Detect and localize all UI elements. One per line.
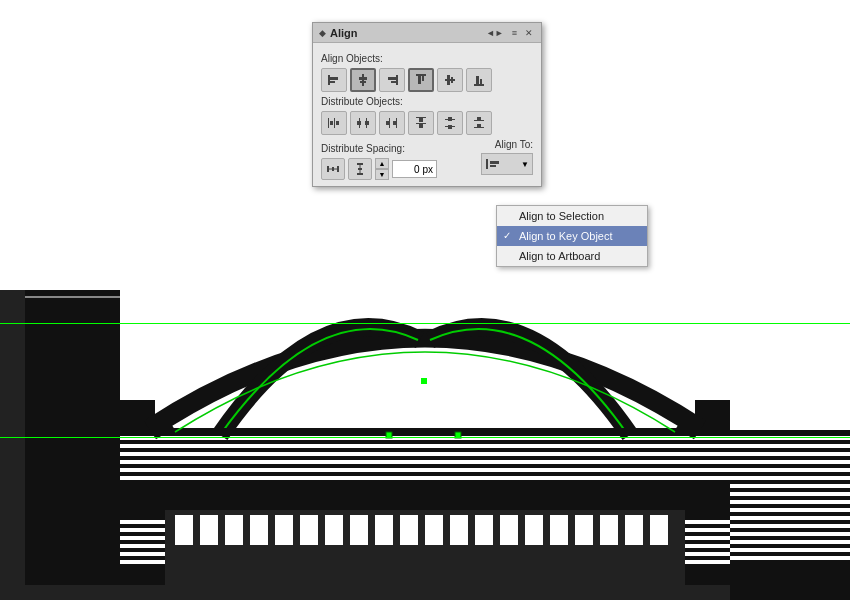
- svg-rect-54: [0, 585, 850, 600]
- align-panel: ◆ Align ◄► ≡ ✕ Align Objects:: [312, 22, 542, 187]
- align-to-artboard-item[interactable]: Align to Artboard: [497, 246, 647, 266]
- svg-rect-72: [575, 515, 593, 545]
- svg-rect-145: [337, 166, 339, 172]
- svg-rect-56: [175, 515, 193, 545]
- svg-rect-151: [358, 168, 362, 170]
- svg-rect-70: [525, 515, 543, 545]
- svg-rect-88: [730, 452, 850, 456]
- svg-rect-147: [332, 167, 334, 171]
- svg-rect-45: [120, 468, 730, 472]
- guide-line-2: [0, 437, 850, 438]
- svg-rect-139: [448, 125, 452, 129]
- svg-rect-112: [418, 76, 421, 84]
- align-right-btn[interactable]: [379, 68, 405, 92]
- align-to-dropdown-menu: Align to Selection Align to Key Object A…: [496, 205, 648, 267]
- align-to-key-object-item[interactable]: Align to Key Object: [497, 226, 647, 246]
- svg-rect-143: [477, 124, 481, 128]
- panel-icon: ◆: [319, 28, 326, 38]
- svg-rect-100: [730, 548, 850, 552]
- align-to-selection-item[interactable]: Align to Selection: [497, 206, 647, 226]
- svg-rect-96: [730, 516, 850, 520]
- svg-rect-149: [357, 173, 363, 175]
- svg-rect-117: [474, 84, 484, 86]
- align-to-section: Align To: ▼: [481, 139, 533, 175]
- svg-rect-66: [425, 515, 443, 545]
- svg-rect-135: [419, 124, 423, 128]
- panel-collapse-btn[interactable]: ◄►: [484, 27, 506, 39]
- svg-rect-65: [400, 515, 418, 545]
- dist-v-spacing-btn[interactable]: [348, 158, 372, 180]
- spinner-up-btn[interactable]: ▲: [375, 158, 389, 169]
- dist-center-h-btn[interactable]: [350, 111, 376, 135]
- align-bottom-btn[interactable]: [466, 68, 492, 92]
- align-objects-label: Align Objects:: [321, 53, 533, 64]
- distribute-spacing-label: Distribute Spacing:: [321, 143, 481, 154]
- svg-rect-130: [386, 121, 390, 125]
- svg-rect-75: [650, 515, 668, 545]
- spacing-input[interactable]: [392, 160, 437, 178]
- svg-rect-154: [490, 165, 496, 167]
- dist-h-spacing-btn[interactable]: [321, 158, 345, 180]
- svg-rect-78: [150, 428, 700, 436]
- svg-rect-61: [300, 515, 318, 545]
- svg-rect-142: [477, 117, 481, 121]
- panel-titlebar: ◆ Align ◄► ≡ ✕: [313, 23, 541, 43]
- svg-rect-113: [422, 76, 424, 81]
- svg-rect-91: [730, 476, 850, 480]
- spinner-down-btn[interactable]: ▼: [375, 169, 389, 180]
- svg-rect-109: [388, 77, 396, 80]
- panel-menu-btn[interactable]: ≡: [510, 27, 519, 39]
- svg-rect-60: [275, 515, 293, 545]
- dist-bottom-btn[interactable]: [466, 111, 492, 135]
- svg-rect-44: [120, 460, 730, 464]
- svg-rect-84: [25, 296, 120, 298]
- svg-rect-62: [325, 515, 343, 545]
- dist-middle-v-btn[interactable]: [437, 111, 463, 135]
- align-top-btn[interactable]: [408, 68, 434, 92]
- svg-rect-59: [250, 515, 268, 545]
- svg-rect-119: [480, 79, 482, 84]
- spacing-input-row: ▲ ▼: [321, 158, 481, 180]
- svg-rect-111: [416, 74, 426, 76]
- svg-rect-98: [730, 532, 850, 536]
- svg-rect-42: [120, 444, 730, 448]
- dropdown-arrow: ▼: [521, 160, 529, 169]
- svg-rect-74: [625, 515, 643, 545]
- svg-rect-118: [476, 76, 479, 84]
- distribute-spacing-section: Distribute Spacing: ▲ ▼: [321, 139, 481, 180]
- dist-right-btn[interactable]: [379, 111, 405, 135]
- svg-rect-99: [730, 540, 850, 544]
- dist-top-btn[interactable]: [408, 111, 434, 135]
- align-to-dropdown[interactable]: ▼: [481, 153, 533, 175]
- svg-rect-123: [336, 121, 339, 125]
- align-left-btn[interactable]: [321, 68, 347, 92]
- align-middle-v-btn[interactable]: [437, 68, 463, 92]
- svg-rect-95: [730, 508, 850, 512]
- svg-rect-94: [730, 500, 850, 504]
- svg-rect-89: [730, 460, 850, 464]
- svg-rect-67: [450, 515, 468, 545]
- svg-rect-107: [360, 81, 366, 83]
- svg-rect-43: [120, 452, 730, 456]
- svg-rect-108: [396, 75, 398, 85]
- align-center-h-btn[interactable]: [350, 68, 376, 92]
- svg-rect-58: [225, 515, 243, 545]
- svg-rect-103: [330, 77, 338, 80]
- svg-rect-121: [334, 118, 335, 128]
- svg-rect-68: [475, 515, 493, 545]
- panel-controls: ◄► ≡ ✕: [484, 27, 535, 39]
- spinner[interactable]: ▲ ▼: [375, 158, 389, 180]
- svg-rect-71: [550, 515, 568, 545]
- svg-rect-102: [328, 75, 330, 85]
- panel-close-btn[interactable]: ✕: [523, 27, 535, 39]
- svg-rect-148: [357, 163, 363, 165]
- svg-rect-69: [500, 515, 518, 545]
- svg-rect-144: [327, 166, 329, 172]
- svg-rect-87: [730, 444, 850, 448]
- svg-rect-97: [730, 524, 850, 528]
- distribute-objects-row: [321, 111, 533, 135]
- guide-line-1: [0, 323, 850, 324]
- svg-rect-122: [330, 121, 333, 125]
- panel-body: Align Objects:: [313, 43, 541, 186]
- dist-left-btn[interactable]: [321, 111, 347, 135]
